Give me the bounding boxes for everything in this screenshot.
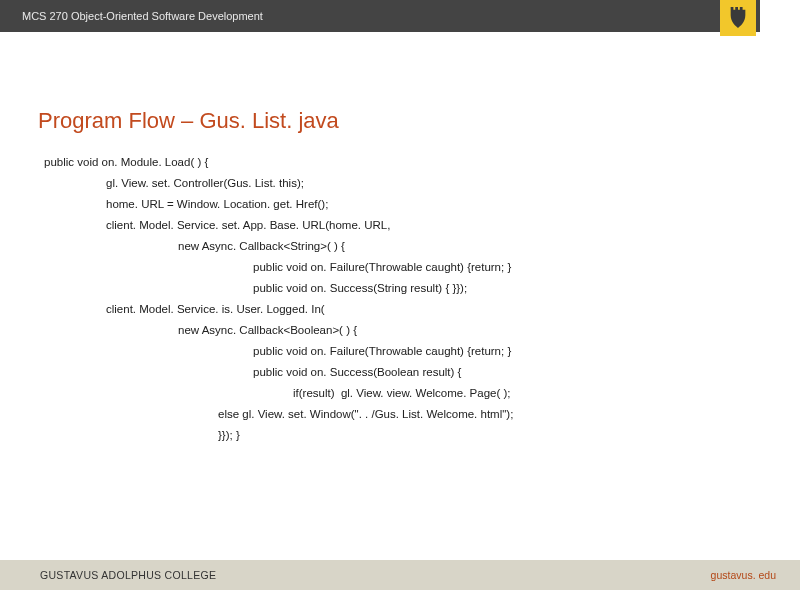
code-line: client. Model. Service. is. User. Logged… — [38, 303, 762, 315]
code-line: public void on. Success(Boolean result) … — [38, 366, 762, 378]
code-line: new Async. Callback<String>( ) { — [38, 240, 762, 252]
code-line: gl. View. set. Controller(Gus. List. thi… — [38, 177, 762, 189]
footer-url: gustavus. edu — [711, 569, 776, 581]
code-line: new Async. Callback<Boolean>( ) { — [38, 324, 762, 336]
course-title: MCS 270 Object-Oriented Software Develop… — [22, 10, 263, 22]
footer-college-name: GUSTAVUS ADOLPHUS COLLEGE — [40, 569, 216, 581]
college-logo — [720, 0, 756, 36]
code-line: home. URL = Window. Location. get. Href(… — [38, 198, 762, 210]
code-line: public void on. Module. Load( ) { — [38, 156, 762, 168]
slide-title: Program Flow – Gus. List. java — [38, 108, 762, 134]
code-line: public void on. Failure(Throwable caught… — [38, 261, 762, 273]
code-line: if(result) gl. View. view. Welcome. Page… — [38, 387, 762, 399]
code-line: public void on. Success(String result) {… — [38, 282, 762, 294]
footer-bar: GUSTAVUS ADOLPHUS COLLEGE gustavus. edu — [0, 560, 800, 590]
code-line: else gl. View. set. Window(". . /Gus. Li… — [38, 408, 762, 420]
header-bar: MCS 270 Object-Oriented Software Develop… — [0, 0, 760, 32]
slide-content: Program Flow – Gus. List. java public vo… — [0, 32, 800, 441]
code-line: }}); } — [38, 429, 762, 441]
code-line: client. Model. Service. set. App. Base. … — [38, 219, 762, 231]
shield-crown-icon — [727, 5, 749, 31]
code-line: public void on. Failure(Throwable caught… — [38, 345, 762, 357]
